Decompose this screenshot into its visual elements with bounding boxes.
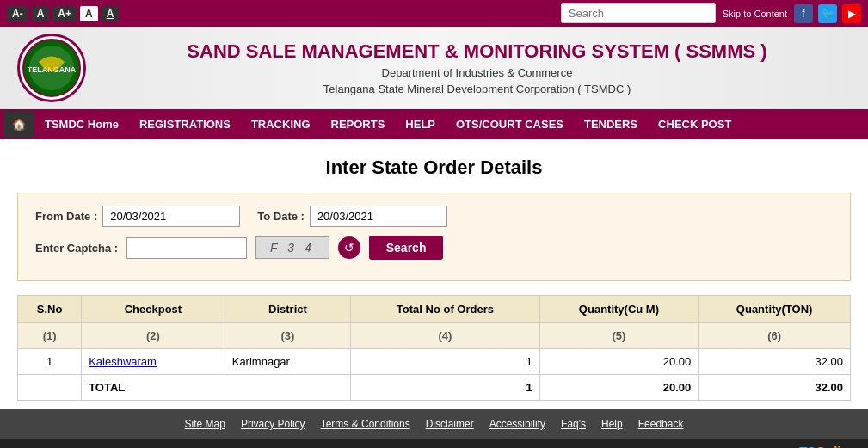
- logo: TELANGANA: [17, 34, 86, 102]
- site-header: TELANGANA SAND SALE MANAGEMENT & MONITOR…: [0, 27, 868, 109]
- social-icons: f 🐦 ▶: [794, 4, 861, 23]
- subh-5: (5): [539, 323, 699, 349]
- header-sub1: Department of Industries & Commerce: [103, 66, 851, 79]
- subh-3: (3): [225, 323, 350, 349]
- font-controls: A- A A+ A A: [7, 6, 119, 21]
- footer-bottom: Site best viewed in 1024x768 / IE7 Desig…: [0, 439, 868, 448]
- cell-district: Karimnagar: [225, 349, 350, 375]
- total-qty-cum: 20.00: [539, 375, 699, 401]
- table-subheader-row: (1) (2) (3) (4) (5) (6): [18, 323, 851, 349]
- filter-row-captcha: Enter Captcha : F 3 4 ↺ Search: [35, 236, 833, 260]
- footer-links: Site Map Privacy Policy Terms & Conditio…: [0, 409, 868, 439]
- footer-faqs[interactable]: Faq's: [561, 418, 586, 430]
- col-qty-ton-header: Quantity(TON): [699, 296, 851, 323]
- footer-terms-conditions[interactable]: Terms & Conditions: [321, 418, 410, 430]
- main-content: Inter State Order Details From Date : To…: [0, 139, 868, 409]
- footer-site-map[interactable]: Site Map: [185, 418, 225, 430]
- total-label-cell: [18, 375, 82, 401]
- twitter-icon[interactable]: 🐦: [818, 4, 837, 23]
- table-row: 1 Kaleshwaram Karimnagar 1 20.00 32.00: [18, 349, 851, 375]
- footer-privacy-policy[interactable]: Privacy Policy: [241, 418, 305, 430]
- subh-4: (4): [351, 323, 539, 349]
- filter-form: From Date : To Date : Enter Captcha : F …: [17, 193, 851, 281]
- col-sno-header: S.No: [18, 296, 82, 323]
- cell-qty-ton: 32.00: [699, 349, 851, 375]
- home-nav-btn[interactable]: 🏠: [3, 111, 34, 138]
- nav-tracking[interactable]: TRACKING: [241, 109, 321, 139]
- captcha-label: Enter Captcha :: [35, 242, 118, 255]
- checkpost-link[interactable]: Kaleshwaram: [89, 355, 157, 368]
- subh-2: (2): [82, 323, 225, 349]
- total-orders: 1: [351, 375, 539, 401]
- font-default-btn[interactable]: A: [32, 6, 50, 21]
- to-date-label: To Date :: [257, 210, 305, 223]
- footer-online: Online: [816, 444, 856, 448]
- col-checkpost-header: Checkpost: [82, 296, 225, 323]
- filter-row-dates: From Date : To Date :: [35, 206, 833, 227]
- nav-reports[interactable]: REPORTS: [321, 109, 396, 139]
- nav-help[interactable]: HELP: [395, 109, 446, 139]
- nav-tenders[interactable]: TENDERS: [574, 109, 648, 139]
- page-title: Inter State Order Details: [17, 156, 851, 179]
- font-alt-btn[interactable]: A: [102, 6, 120, 21]
- from-date-group: From Date :: [35, 206, 240, 227]
- nav-registrations[interactable]: REGISTRATIONS: [129, 109, 241, 139]
- youtube-icon[interactable]: ▶: [842, 4, 861, 23]
- footer-designed-by: Designed & Developed by TSOnline: [667, 444, 856, 448]
- header-sub2: Telangana State Mineral Development Corp…: [103, 83, 851, 95]
- font-increase-btn[interactable]: A+: [52, 6, 77, 21]
- total-qty-ton: 32.00: [699, 375, 851, 401]
- footer-accessibility[interactable]: Accessibility: [489, 418, 545, 430]
- col-orders-header: Total No of Orders: [351, 296, 539, 323]
- font-style-btn[interactable]: A: [80, 6, 98, 21]
- col-district-header: District: [225, 296, 350, 323]
- nav-ots-court-cases[interactable]: OTS/COURT CASES: [446, 109, 574, 139]
- facebook-icon[interactable]: f: [794, 4, 813, 23]
- captcha-refresh-btn[interactable]: ↺: [338, 236, 360, 259]
- footer-feedback[interactable]: Feedback: [638, 418, 684, 430]
- skip-to-content-link[interactable]: Skip to Content: [723, 9, 787, 19]
- orders-table: S.No Checkpost District Total No of Orde…: [17, 295, 851, 401]
- site-title: SAND SALE MANAGEMENT & MONITORING SYSTEM…: [103, 40, 851, 63]
- main-nav: 🏠 TSMDC Home REGISTRATIONS TRACKING REPO…: [0, 109, 868, 139]
- footer-ts: TS: [799, 444, 816, 448]
- to-date-group: To Date :: [257, 206, 447, 227]
- nav-tsmdc-home[interactable]: TSMDC Home: [34, 109, 129, 139]
- subh-1: (1): [18, 323, 82, 349]
- search-input[interactable]: [561, 3, 716, 23]
- nav-check-post[interactable]: CHECK POST: [648, 109, 742, 139]
- from-date-input[interactable]: [102, 206, 240, 227]
- to-date-input[interactable]: [310, 206, 447, 227]
- cell-checkpost[interactable]: Kaleshwaram: [82, 349, 225, 375]
- from-date-label: From Date :: [35, 210, 97, 223]
- cell-orders: 1: [351, 349, 539, 375]
- subh-6: (6): [699, 323, 851, 349]
- font-decrease-btn[interactable]: A-: [7, 6, 28, 21]
- total-label: TOTAL: [82, 375, 351, 401]
- col-qty-cum-header: Quantity(Cu M): [539, 296, 699, 323]
- captcha-input[interactable]: [126, 237, 247, 259]
- footer-help[interactable]: Help: [601, 418, 623, 430]
- table-header-row: S.No Checkpost District Total No of Orde…: [18, 296, 851, 323]
- captcha-image: F 3 4: [255, 236, 329, 259]
- header-text: SAND SALE MANAGEMENT & MONITORING SYSTEM…: [103, 40, 851, 95]
- cell-qty-cum: 20.00: [539, 349, 699, 375]
- cell-sno: 1: [18, 349, 82, 375]
- top-bar: A- A A+ A A Skip to Content f 🐦 ▶: [0, 0, 868, 27]
- footer-disclaimer[interactable]: Disclaimer: [426, 418, 474, 430]
- table-total-row: TOTAL 1 20.00 32.00: [18, 375, 851, 401]
- top-right-area: Skip to Content f 🐦 ▶: [561, 3, 861, 23]
- search-button[interactable]: Search: [369, 236, 444, 260]
